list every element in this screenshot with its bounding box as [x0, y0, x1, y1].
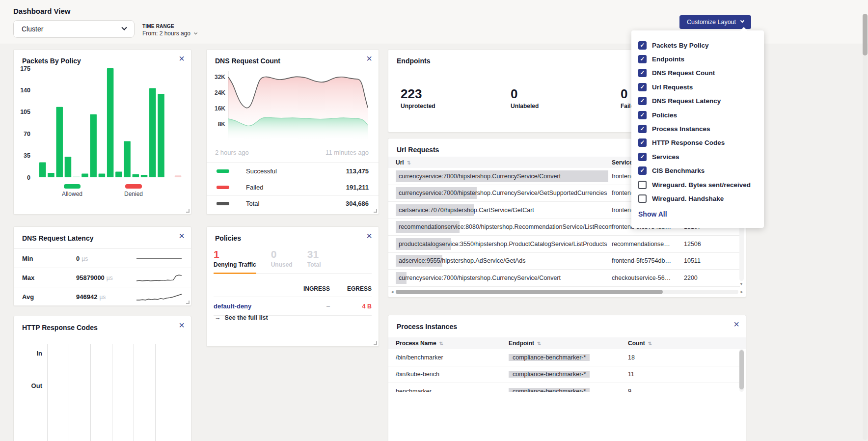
- close-icon[interactable]: [179, 231, 185, 241]
- url-table-row[interactable]: productcatalogservice:3550/hipstershop.P…: [388, 236, 740, 253]
- count-cell: 12506: [684, 241, 740, 248]
- customize-menu-item[interactable]: CIS Benchmarks: [638, 164, 764, 178]
- checkbox-checked-icon[interactable]: [638, 83, 647, 91]
- customize-menu-item[interactable]: Wireguard. Handshake: [638, 192, 764, 205]
- resize-handle[interactable]: [186, 301, 190, 304]
- view-selector[interactable]: Cluster: [13, 20, 135, 38]
- customize-menu-item[interactable]: Packets By Policy: [638, 38, 764, 52]
- egress-header: EGRESS: [330, 285, 372, 292]
- legend-label: Allowed: [62, 191, 82, 197]
- policy-ingress-value: –: [288, 303, 330, 310]
- dashboard-page: Dashboard View Cluster TIME RANGE From: …: [0, 0, 868, 441]
- checkbox-checked-icon[interactable]: [638, 138, 647, 147]
- process-name-cell: /bin/kube-bench: [396, 371, 509, 378]
- endpoint-highlight: compliance-benchmarker-*: [509, 371, 590, 378]
- svg-text:32K: 32K: [215, 74, 225, 81]
- legend-swatch: [217, 169, 229, 173]
- column-header[interactable]: Process Name: [396, 340, 509, 347]
- customize-menu-item[interactable]: Services: [638, 150, 764, 164]
- customize-menu-item[interactable]: Policies: [638, 108, 764, 122]
- checkbox-checked-icon[interactable]: [638, 55, 647, 63]
- customize-menu-item[interactable]: DNS Request Latency: [638, 94, 764, 108]
- arrow-right-icon: [215, 314, 225, 321]
- policies-tab[interactable]: 1Denying Traffic: [214, 248, 256, 274]
- chevron-down-icon: [740, 19, 744, 23]
- checkbox-checked-icon[interactable]: [638, 153, 647, 161]
- endpoint-cell: compliance-benchmarker-*: [509, 371, 628, 378]
- checkbox-checked-icon[interactable]: [638, 97, 647, 105]
- checkbox-checked-icon[interactable]: [638, 166, 647, 175]
- process-table-row[interactable]: /bin/kube-benchcompliance-benchmarker-*1…: [388, 366, 740, 384]
- endpoint-cell: compliance-benchmarker-*: [509, 388, 628, 392]
- scroll-left-icon[interactable]: ◄: [390, 290, 394, 294]
- horizontal-scrollbar[interactable]: ◄ ►: [390, 289, 744, 295]
- policies-tab[interactable]: 31Total: [307, 248, 321, 273]
- latency-value: 0µs: [66, 255, 136, 262]
- url-table-row[interactable]: adservice:9555/hipstershop.AdService/Get…: [388, 253, 740, 270]
- packets-by-policy-card: Packets By Policy 17514010570350 Allowed…: [13, 49, 191, 215]
- url-table-row[interactable]: currencyservice:7000/hipstershop.Currenc…: [388, 270, 740, 287]
- customize-menu-item[interactable]: Url Requests: [638, 80, 764, 94]
- chevron-down-icon: [121, 25, 127, 30]
- resize-handle[interactable]: [186, 209, 190, 213]
- close-icon[interactable]: [179, 320, 185, 330]
- policy-name-link[interactable]: default-deny: [214, 303, 288, 310]
- close-icon[interactable]: [366, 54, 372, 63]
- menu-item-label: HTTP Response Codes: [652, 139, 725, 146]
- customize-menu-item[interactable]: DNS Request Count: [638, 66, 764, 80]
- column-header[interactable]: Count: [628, 340, 746, 347]
- resize-handle[interactable]: [374, 341, 377, 345]
- latency-sparkline: [136, 272, 183, 283]
- endpoint-cell: compliance-benchmarker-*: [509, 354, 628, 361]
- close-icon[interactable]: [733, 319, 739, 329]
- checkbox-unchecked-icon[interactable]: [638, 181, 647, 189]
- time-range-from[interactable]: From: 2 hours ago: [142, 30, 197, 37]
- url-cell: adservice:9555/hipstershop.AdService/Get…: [396, 255, 612, 267]
- svg-text:0: 0: [27, 174, 30, 181]
- see-full-list-label: See the full list: [225, 314, 268, 321]
- see-full-list-link[interactable]: See the full list: [215, 314, 268, 321]
- menu-item-label: Process Instances: [652, 125, 710, 133]
- card-title: Process Instances: [397, 323, 457, 331]
- close-icon[interactable]: [179, 54, 185, 63]
- column-header[interactable]: Endpoint: [509, 340, 628, 347]
- customize-menu-item[interactable]: Wireguard. Bytes sent/received: [638, 178, 764, 192]
- customize-layout-button[interactable]: Customize Layout: [679, 15, 751, 29]
- resize-handle[interactable]: [374, 209, 377, 213]
- url-highlight: currencyservice:7000/hipstershop.Currenc…: [396, 272, 407, 284]
- customize-menu-item[interactable]: Process Instances: [638, 122, 764, 136]
- customize-menu-item[interactable]: HTTP Response Codes: [638, 136, 764, 150]
- checkbox-checked-icon[interactable]: [638, 111, 647, 119]
- checkbox-unchecked-icon[interactable]: [638, 194, 647, 203]
- customize-menu-item[interactable]: Endpoints: [638, 52, 764, 66]
- url-highlight: currencyservice:7000/hipstershop.Currenc…: [396, 170, 608, 182]
- latency-row: Min0µs: [14, 248, 191, 268]
- checkbox-checked-icon[interactable]: [638, 41, 647, 50]
- scrollbar-thumb[interactable]: [739, 350, 744, 389]
- policies-tab[interactable]: 0Unused: [271, 248, 293, 273]
- policies-table: INGRESS EGRESS default-deny – 4 B: [214, 281, 372, 316]
- scrollbar-thumb[interactable]: [396, 290, 663, 294]
- show-all-link[interactable]: Show All: [638, 210, 764, 218]
- http-response-codes-card: HTTP Response Codes In Out: [13, 316, 191, 441]
- scrollbar-thumb[interactable]: [863, 14, 868, 55]
- scrollbar-track[interactable]: [396, 290, 738, 294]
- page-scrollbar[interactable]: [863, 14, 868, 440]
- dns-area-chart: 32K24K16K8K: [210, 67, 372, 146]
- checkbox-checked-icon[interactable]: [638, 69, 647, 77]
- latency-sparkline: [136, 253, 183, 264]
- close-icon[interactable]: [366, 231, 372, 241]
- scroll-down-icon[interactable]: ▼: [739, 282, 743, 286]
- legend-value: 113,475: [346, 167, 369, 175]
- count-cell: 2200: [684, 275, 740, 281]
- grid-line: [177, 344, 177, 441]
- process-table-row[interactable]: /bin/benchmarkercompliance-benchmarker-*…: [388, 349, 740, 366]
- customize-layout-label: Customize Layout: [687, 19, 736, 26]
- vertical-scrollbar[interactable]: [739, 349, 744, 392]
- card-title: Packets By Policy: [22, 57, 81, 65]
- latency-label: Min: [22, 255, 66, 262]
- column-header[interactable]: Url: [396, 159, 612, 166]
- process-table-row[interactable]: benchmarkercompliance-benchmarker-*9: [388, 383, 740, 392]
- scroll-right-icon[interactable]: ►: [740, 290, 744, 294]
- checkbox-checked-icon[interactable]: [638, 125, 647, 133]
